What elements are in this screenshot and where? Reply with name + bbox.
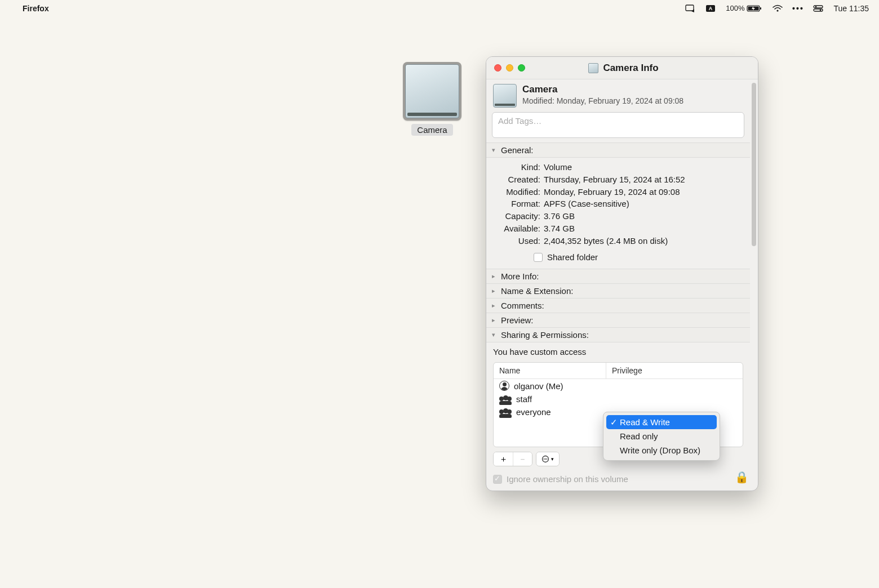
section-comments[interactable]: ▸ Comments: [486,298,750,313]
desktop-drive-label: Camera [411,124,452,136]
used-value: 2,404,352 bytes (2.4 MB on disk) [544,235,743,247]
section-comments-label: Comments: [501,301,544,310]
title-drive-icon [588,63,598,73]
modified-label: Modified: [522,96,554,105]
ignore-ownership-checkbox [493,475,502,484]
section-name-extension[interactable]: ▸ Name & Extension: [486,283,750,298]
drive-icon [403,62,461,121]
table-row[interactable]: olganov (Me) [494,379,743,393]
svg-point-14 [547,458,548,460]
user-icon [499,381,509,391]
menubar-battery[interactable]: 100% [726,4,762,12]
svg-rect-0 [686,5,694,11]
created-label: Created: [493,173,540,186]
chevron-down-icon: ▾ [492,146,498,154]
section-preview[interactable]: ▸ Preview: [486,313,750,327]
svg-text:A: A [709,6,713,11]
capacity-value: 3.76 GB [544,210,743,222]
desktop-drive[interactable]: Camera [401,62,463,136]
privilege-menu: Read & Write Read only Write only (Drop … [603,412,720,461]
perm-user-1: staff [516,394,532,404]
general-body: Kind:Volume Created:Thursday, February 1… [486,158,750,269]
add-user-button[interactable]: ＋ [494,452,513,466]
svg-point-13 [545,458,546,460]
kind-label: Kind: [493,161,540,173]
shared-folder-label: Shared folder [547,252,598,262]
shared-folder-checkbox[interactable] [534,253,543,262]
modified-label-g: Modified: [493,186,540,198]
ignore-ownership-label: Ignore ownership on this volume [507,474,628,484]
format-label: Format: [493,198,540,210]
menubar-app-name[interactable]: Firefox [23,4,49,13]
available-value: 3.74 GB [544,222,743,235]
perm-user-2: everyone [516,407,551,417]
column-privilege[interactable]: Privilege [606,363,743,378]
svg-point-12 [544,458,545,460]
perm-user-0: olganov (Me) [514,381,563,391]
menubar-more-icon[interactable]: ••• [793,5,803,12]
menubar-clock[interactable]: Tue 11:35 [833,4,869,13]
scrollbar-thumb[interactable] [752,83,756,246]
menubar-screenshare-icon[interactable] [685,5,695,12]
group-icon [499,395,512,403]
section-more-info[interactable]: ▸ More Info: [486,269,750,283]
created-value: Thursday, February 15, 2024 at 16:52 [544,173,743,186]
svg-point-6 [777,10,779,11]
section-preview-label: Preview: [501,315,534,325]
chevron-down-icon: ▾ [492,331,498,338]
modified-value-g: Monday, February 19, 2024 at 09:08 [544,186,743,198]
svg-point-10 [820,9,822,11]
privilege-option-read-write[interactable]: Read & Write [606,415,717,429]
svg-rect-9 [814,9,823,11]
menubar-control-center-icon[interactable] [813,5,823,12]
tags-field[interactable]: Add Tags… [492,112,744,138]
chevron-right-icon: ▸ [492,273,498,280]
privilege-option-read-only[interactable]: Read only [606,429,717,443]
lock-icon[interactable]: 🔒 [735,470,749,484]
group-icon [499,408,512,416]
custom-access-text: You have custom access [493,347,743,357]
permissions-action-button[interactable]: ▾ [536,452,559,466]
remove-user-button: － [513,452,532,466]
info-name: Camera [522,84,683,95]
section-sharing[interactable]: ▾ Sharing & Permissions: [486,327,750,342]
svg-rect-7 [814,6,823,8]
svg-rect-5 [760,7,761,10]
svg-point-8 [815,6,817,7]
titlebar: Camera Info [486,57,758,79]
window-minimize-button[interactable] [506,64,513,72]
window-close-button[interactable] [494,64,501,72]
battery-percent: 100% [726,4,744,12]
available-label: Available: [493,222,540,235]
capacity-label: Capacity: [493,210,540,222]
chevron-right-icon: ▸ [492,287,498,295]
header-drive-icon [493,84,517,108]
menubar-wifi-icon[interactable] [773,5,783,12]
privilege-option-write-only[interactable]: Write only (Drop Box) [606,443,717,457]
scrollbar[interactable] [750,79,758,491]
chevron-down-icon: ▾ [551,456,554,462]
used-label: Used: [493,235,540,247]
section-general[interactable]: ▾ General: [486,142,750,158]
column-name[interactable]: Name [494,363,606,378]
chevron-right-icon: ▸ [492,302,498,309]
info-header: Camera Modified: Monday, February 19, 20… [486,79,750,112]
window-title: Camera Info [603,63,658,74]
modified-value: Monday, February 19, 2024 at 09:08 [557,96,683,105]
section-name-ext-label: Name & Extension: [501,286,573,296]
table-row[interactable]: staff [494,393,743,406]
format-value: APFS (Case-sensitive) [544,198,743,210]
section-general-label: General: [501,145,534,155]
section-more-info-label: More Info: [501,271,539,281]
menubar-keyboard-icon[interactable]: A [705,5,716,12]
window-zoom-button[interactable] [518,64,525,72]
menubar: Firefox A 100% ••• Tue 11:35 [0,0,879,17]
kind-value: Volume [544,161,743,173]
section-sharing-label: Sharing & Permissions: [501,330,589,340]
chevron-right-icon: ▸ [492,317,498,324]
